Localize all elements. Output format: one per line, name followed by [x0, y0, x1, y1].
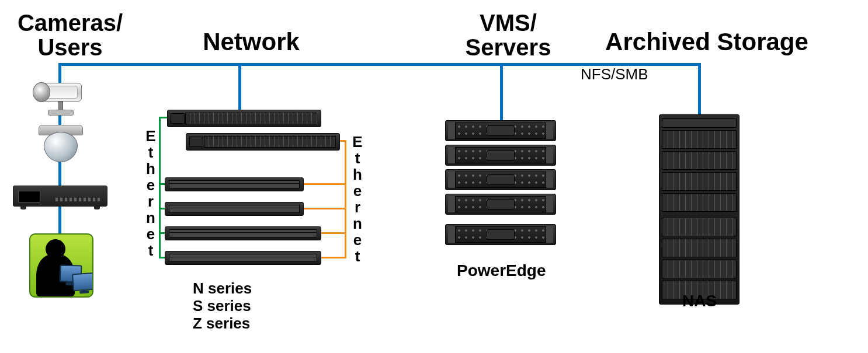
nas-unit	[662, 193, 737, 212]
nas-unit	[662, 130, 737, 149]
eth-green-r3	[159, 232, 165, 234]
diagram-stage: Cameras/ Users Network VMS/ Servers Arch…	[0, 0, 868, 353]
nas-unit	[662, 239, 737, 257]
server-1	[445, 120, 556, 141]
switch-row-2	[165, 202, 304, 216]
nas-unit	[662, 260, 737, 278]
bus-drop-network	[238, 63, 241, 110]
user-operator-icon	[29, 233, 93, 298]
label-ethernet-right: Ethernet	[348, 133, 366, 264]
eth-orange-r1	[304, 183, 346, 185]
eth-orange-to-top	[340, 140, 346, 142]
label-nfs-smb: NFS/SMB	[581, 65, 648, 83]
nas-unit	[662, 218, 737, 236]
switch-row-4	[165, 251, 321, 265]
switch-top-2	[186, 133, 340, 151]
sublabel-nas: NAS	[682, 292, 717, 310]
eth-green-r4	[159, 257, 165, 258]
bus-drop-servers	[500, 63, 503, 121]
sublabel-poweredge: PowerEdge	[457, 261, 546, 280]
eth-orange-r4	[321, 257, 346, 258]
heading-network: Network	[175, 29, 327, 55]
eth-green-r2	[159, 208, 165, 209]
nas-unit	[662, 151, 737, 170]
heading-archived-storage: Archived Storage	[561, 29, 853, 55]
box-camera-icon	[25, 77, 83, 112]
nvr-device-icon	[13, 186, 107, 207]
bus-drop-storage	[698, 63, 701, 116]
switch-row-3	[165, 226, 321, 240]
server-3	[445, 169, 556, 190]
dome-camera-icon	[39, 125, 82, 162]
eth-orange-r2	[304, 208, 346, 209]
eth-green-trunk	[159, 117, 161, 258]
switch-row-1	[165, 177, 304, 191]
eth-orange-r3	[321, 232, 346, 234]
sublabel-network-series: N series S series Z series	[193, 280, 252, 333]
heading-cameras-users: Cameras/ Users	[0, 11, 140, 60]
server-4	[445, 194, 556, 215]
eth-green-to-top	[159, 117, 167, 118]
server-5	[445, 224, 556, 245]
switch-top-1	[167, 110, 321, 127]
eth-orange-trunk	[345, 140, 346, 258]
eth-green-r1	[159, 183, 165, 185]
nas-rack	[659, 114, 739, 305]
server-2	[445, 145, 556, 166]
label-ethernet-left: Ethernet	[141, 127, 159, 258]
nas-unit	[662, 172, 737, 191]
